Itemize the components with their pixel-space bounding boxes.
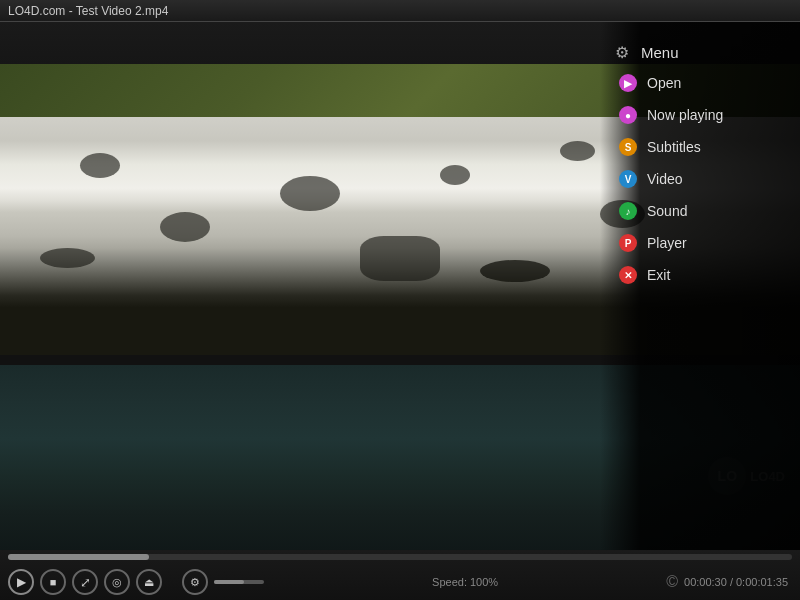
play-button[interactable]: ▶ <box>8 569 34 595</box>
speed-label: Speed: 100% <box>270 576 660 588</box>
video-area: LO LO4D ⚙ Menu ▶ Open ● Now playing S Su… <box>0 22 800 550</box>
progress-row <box>0 550 800 564</box>
menu-panel: ⚙ Menu ▶ Open ● Now playing S Subtitles … <box>605 37 790 291</box>
menu-item-exit[interactable]: ✕ Exit <box>605 259 790 291</box>
record-button[interactable]: ◎ <box>104 569 130 595</box>
volume-slider[interactable] <box>214 580 264 584</box>
progress-track[interactable] <box>8 554 792 560</box>
subtitles-icon: S <box>619 138 637 156</box>
menu-item-player[interactable]: P Player <box>605 227 790 259</box>
menu-item-sound[interactable]: ♪ Sound <box>605 195 790 227</box>
volume-fill <box>214 580 244 584</box>
video-icon: V <box>619 170 637 188</box>
controls-bar: ▶ ■ ⤢ ◎ ⏏ ⚙ Speed: 100% © 00:00:30 / 0:0… <box>0 550 800 600</box>
menu-item-now-playing[interactable]: ● Now playing <box>605 99 790 131</box>
settings-button[interactable]: ⚙ <box>182 569 208 595</box>
eject-button[interactable]: ⏏ <box>136 569 162 595</box>
player-icon: P <box>619 234 637 252</box>
copyright-button[interactable]: © <box>666 573 678 591</box>
title-bar: LO4D.com - Test Video 2.mp4 <box>0 0 800 22</box>
sound-icon: ♪ <box>619 202 637 220</box>
menu-item-subtitles[interactable]: S Subtitles <box>605 131 790 163</box>
now-playing-icon: ● <box>619 106 637 124</box>
open-icon: ▶ <box>619 74 637 92</box>
menu-video-label: Video <box>647 171 683 187</box>
buttons-row: ▶ ■ ⤢ ◎ ⏏ ⚙ Speed: 100% © 00:00:30 / 0:0… <box>0 564 800 600</box>
menu-title: Menu <box>641 44 679 61</box>
gear-icon: ⚙ <box>615 43 633 61</box>
progress-fill <box>8 554 149 560</box>
menu-item-video[interactable]: V Video <box>605 163 790 195</box>
menu-open-label: Open <box>647 75 681 91</box>
exit-icon: ✕ <box>619 266 637 284</box>
menu-subtitles-label: Subtitles <box>647 139 701 155</box>
menu-now-playing-label: Now playing <box>647 107 723 123</box>
fullscreen-button[interactable]: ⤢ <box>72 569 98 595</box>
stop-button[interactable]: ■ <box>40 569 66 595</box>
menu-header[interactable]: ⚙ Menu <box>605 37 790 67</box>
menu-player-label: Player <box>647 235 687 251</box>
menu-sound-label: Sound <box>647 203 687 219</box>
time-display: 00:00:30 / 0:00:01:35 <box>684 576 788 588</box>
window-title: LO4D.com - Test Video 2.mp4 <box>8 4 168 18</box>
menu-item-open[interactable]: ▶ Open <box>605 67 790 99</box>
menu-exit-label: Exit <box>647 267 670 283</box>
